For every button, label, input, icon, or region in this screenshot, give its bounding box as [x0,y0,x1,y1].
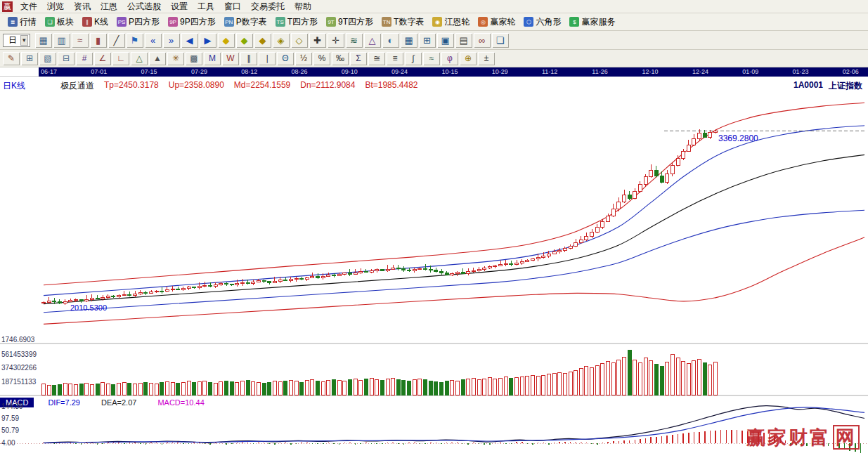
menu-item[interactable]: 文件 [15,1,42,13]
menu-item[interactable]: 帮助 [290,1,316,13]
indicator-header: 极反通道 Tp=2450.3178 Up=2358.0890 Md=2254.1… [60,80,418,92]
t-square-button-icon: TS [276,17,285,27]
date-tick-label: 10-29 [492,68,508,75]
indicator-name: 极反通道 [60,80,94,92]
triangle-tool-icon[interactable]: △ [131,52,148,65]
wave-tool-icon[interactable]: ≈ [423,52,440,65]
trend-line-icon[interactable]: ╱ [108,33,125,48]
svg-text:2010.5300: 2010.5300 [70,303,107,312]
line-chart-icon[interactable]: ≈ [72,33,89,48]
table-icon[interactable]: ⊞ [419,33,436,48]
permille-icon[interactable]: ‰ [332,52,349,65]
ratio-icon[interactable]: ½ [295,52,312,65]
pen-tool-icon[interactable]: ✎ [3,52,20,65]
menu-item[interactable]: 窗口 [219,1,246,13]
m-pattern-icon[interactable]: M [204,52,221,65]
quotes-button[interactable]: ≣行情 [4,15,41,30]
next-icon[interactable]: ▶ [200,33,216,48]
period-select[interactable]: 日 ▾ [3,34,30,47]
sigma-icon[interactable]: Σ [350,52,367,65]
date-tick-label: 06-17 [41,68,57,75]
prev-icon[interactable]: ◀ [181,33,198,48]
diamond-yellow-icon[interactable]: ◆ [218,33,235,48]
cross-icon[interactable]: ✚ [309,33,326,48]
phi-golden-icon[interactable]: φ [441,52,458,65]
w-pattern-icon[interactable]: W [222,52,239,65]
crosshair-icon[interactable]: ✛ [328,33,344,48]
p-table-button[interactable]: PNP数字表 [220,15,271,30]
gann-wheel-button[interactable]: ◉江恩轮 [428,15,474,30]
wave-icon[interactable]: ≋ [346,33,363,48]
menu-item[interactable]: 公式选股 [122,1,166,13]
date-tick-label: 07-15 [141,68,157,75]
winner-service-button[interactable]: $赢家服务 [565,15,619,30]
chart-area[interactable]: 日K线 极反通道 Tp=2450.3178 Up=2358.0890 Md=22… [0,77,868,458]
macd-dea-value: DEA=2.07 [101,398,136,407]
percent-icon[interactable]: % [313,52,330,65]
t-table-button[interactable]: TNT数字表 [377,15,428,30]
vertical-line-icon[interactable]: ∣ [259,52,276,65]
link-icon[interactable]: ∞ [474,33,491,48]
t-square-button[interactable]: TST四方形 [271,15,322,30]
p-square-button[interactable]: PSP四方形 [112,15,164,30]
print-icon[interactable]: ▤ [455,33,472,48]
watermark-seal: 网 [833,425,860,450]
hexagon-button-icon: ⬡ [524,17,533,27]
menu-item[interactable]: 资讯 [69,1,96,13]
p9-square-button[interactable]: 9P9P四方形 [164,15,220,30]
gann-grid-icon[interactable]: # [76,52,93,65]
identity-icon[interactable]: ≡ [387,52,403,65]
calendar-icon[interactable]: ▦ [401,33,417,48]
menu-item[interactable]: 设置 [166,1,193,13]
hexagon-button[interactable]: ⬡六角形 [519,15,565,30]
draw-toolbar: 日 ▾ ▦▥≈▮╱⚑«»◀▶◆◆◆◈◇✚✛≋△◐▦⊞▣▤∞❏ [0,31,868,50]
save-icon[interactable]: ▣ [437,33,454,48]
p-square-button-label: P四方形 [129,16,160,28]
integral-icon[interactable]: ∫ [405,52,422,65]
measure-icon[interactable]: ± [478,52,495,65]
menubar: 赢 文件浏览资讯江恩公式选股设置工具窗口交易委托帮助 [0,0,868,13]
cycle-icon[interactable]: ◐ [382,33,399,48]
diamond-green-icon[interactable]: ◆ [236,33,253,48]
star-tool-icon[interactable]: ✳ [167,52,184,65]
t9-square-button-icon: 9T [326,17,336,27]
indicator-panel-icon[interactable]: ▥ [53,33,70,48]
hatch-box-icon[interactable]: ▩ [186,52,202,65]
parallel-lines-icon[interactable]: ∥ [240,52,257,65]
right-angle-icon[interactable]: ∟ [112,52,129,65]
svg-text:3369.2800: 3369.2800 [718,133,758,143]
chart-settings-icon[interactable]: ▦ [35,33,52,48]
kline-button[interactable]: ∥K线 [78,15,112,30]
nine-square-icon[interactable]: ⊟ [58,52,75,65]
flag-icon[interactable]: ⚑ [127,33,143,48]
analysis-toolbar: ✎⊞▧⊟#∠∟△▲✳▩MW∥∣Θ½%‰Σ≅≡∫≈φ⊕± [0,50,868,67]
hatch-tool-icon[interactable]: ▧ [39,52,56,65]
angle-line-icon[interactable]: ∠ [94,52,111,65]
golden-section-icon[interactable]: ⊕ [460,52,477,65]
indicator-tp: Tp=2450.3178 [104,80,159,92]
date-tick-label: 01-23 [793,68,809,75]
winner-wheel-button[interactable]: ◎赢家轮 [474,15,519,30]
time-cycle-icon[interactable]: Θ [277,52,294,65]
symbol-code: 1A0001 [793,80,823,92]
candle-chart-icon[interactable]: ▮ [90,33,107,48]
gann-fan-icon[interactable]: △ [364,33,381,48]
kline-button-icon: ∥ [82,17,92,27]
diamond-dot-icon[interactable]: ◈ [273,33,290,48]
diamond-outline-icon[interactable]: ◇ [291,33,308,48]
menu-item[interactable]: 工具 [193,1,219,13]
menu-item[interactable]: 交易委托 [246,1,290,13]
first-page-icon[interactable]: « [145,33,162,48]
pyramid-icon[interactable]: ▲ [149,52,166,65]
date-tick-label: 08-26 [292,68,308,75]
grid-tool-icon[interactable]: ⊞ [21,52,38,65]
app-logo-icon: 赢 [2,1,13,12]
sectors-button[interactable]: ❏板块 [41,15,78,30]
last-page-icon[interactable]: » [163,33,180,48]
diamond-olive-icon[interactable]: ◆ [254,33,271,48]
menu-item[interactable]: 江恩 [96,1,122,13]
new-window-icon[interactable]: ❏ [492,33,509,48]
congruent-icon[interactable]: ≅ [368,52,385,65]
menu-item[interactable]: 浏览 [42,1,69,13]
t9-square-button[interactable]: 9T9T四方形 [322,15,377,30]
